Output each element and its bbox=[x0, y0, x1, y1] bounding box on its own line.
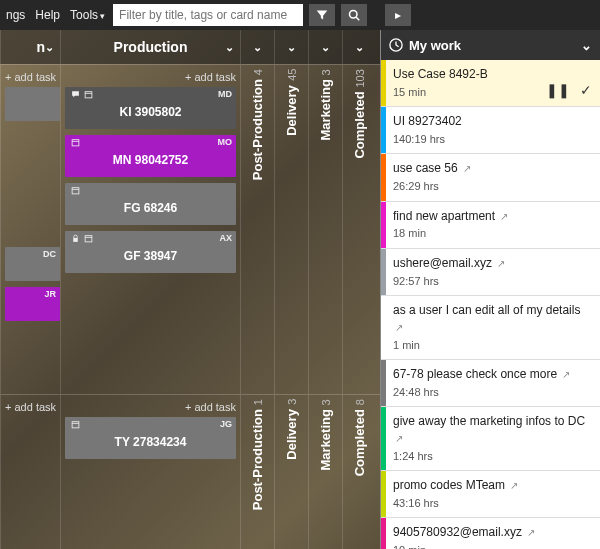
svg-line-1 bbox=[356, 17, 359, 20]
mywork-item-title: give away the marketing infos to DC ↗ bbox=[393, 413, 592, 447]
add-task-production-lane2[interactable]: + add task bbox=[65, 399, 236, 417]
search-icon bbox=[348, 9, 360, 21]
mywork-item-title: as a user I can edit all of my details ↗ bbox=[393, 302, 592, 336]
column-chevron-0[interactable]: ⌄ bbox=[45, 41, 54, 54]
mywork-item[interactable]: as a user I can edit all of my details ↗… bbox=[381, 296, 600, 360]
mywork-item-sub: 43:16 hrs bbox=[393, 496, 592, 511]
column-header-mini-1: ⌄ bbox=[274, 30, 308, 64]
svg-rect-8 bbox=[73, 238, 78, 242]
mywork-item[interactable]: find new apartment ↗18 min bbox=[381, 202, 600, 249]
color-stripe bbox=[381, 202, 386, 248]
color-stripe bbox=[381, 107, 386, 153]
kanban-card[interactable] bbox=[5, 87, 60, 121]
mini-col-delivery[interactable]: Delivery45 bbox=[284, 69, 299, 142]
menu-tools-label: Tools bbox=[70, 8, 98, 22]
color-stripe bbox=[381, 249, 386, 295]
card-badge: DC bbox=[43, 249, 56, 259]
external-link-icon: ↗ bbox=[497, 258, 505, 269]
kanban-card[interactable]: MDKI 3905802 bbox=[65, 87, 236, 129]
column-header-mini-0: ⌄ bbox=[240, 30, 274, 64]
filter-dropdown-button[interactable] bbox=[309, 4, 335, 26]
mini-col-post-production[interactable]: Post-Production4 bbox=[250, 69, 265, 186]
mywork-item-title: use case 56 ↗ bbox=[393, 160, 592, 177]
kanban-card[interactable]: JR bbox=[5, 287, 60, 321]
menu-tools[interactable]: Tools▾ bbox=[68, 8, 107, 22]
kanban-card[interactable]: DC bbox=[5, 247, 60, 281]
mywork-title: My work bbox=[409, 38, 461, 53]
mini-col-post-production[interactable]: Post-Production1 bbox=[250, 399, 265, 516]
mywork-item-title: ushere@email.xyz ↗ bbox=[393, 255, 592, 272]
kanban-card[interactable]: MOMN 98042752 bbox=[65, 135, 236, 177]
mywork-chevron[interactable]: ⌄ bbox=[581, 38, 592, 53]
card-badge: JG bbox=[220, 419, 232, 429]
column-header-mini-2: ⌄ bbox=[308, 30, 342, 64]
mywork-item[interactable]: promo codes MTeam ↗43:16 hrs bbox=[381, 471, 600, 518]
column-chevron-mini-3[interactable]: ⌄ bbox=[355, 41, 364, 54]
column-label-0: n bbox=[36, 39, 45, 55]
mywork-item-title: UI 89273402 bbox=[393, 113, 592, 130]
menu-help[interactable]: Help bbox=[33, 8, 62, 22]
svg-point-0 bbox=[350, 11, 358, 19]
add-task-col0-lane1[interactable]: + add task bbox=[5, 69, 56, 87]
mini-col-completed[interactable]: Completed8 bbox=[352, 399, 367, 482]
color-stripe bbox=[381, 518, 386, 549]
color-stripe bbox=[381, 154, 386, 200]
expand-button[interactable]: ▸ bbox=[385, 4, 411, 26]
card-icons bbox=[71, 138, 80, 147]
mywork-item[interactable]: 67-78 please check once more ↗24:48 hrs bbox=[381, 360, 600, 407]
mini-col-marketing[interactable]: Marketing3 bbox=[318, 399, 333, 477]
mywork-item[interactable]: ushere@email.xyz ↗92:57 hrs bbox=[381, 249, 600, 296]
mywork-item-title: 67-78 please check once more ↗ bbox=[393, 366, 592, 383]
card-icons bbox=[71, 186, 80, 195]
pause-button[interactable]: ❚❚ bbox=[546, 81, 570, 101]
funnel-icon bbox=[316, 9, 328, 21]
mywork-item-sub: 18 min bbox=[393, 226, 592, 241]
mywork-item-sub: 10 min bbox=[393, 543, 592, 549]
svg-rect-2 bbox=[85, 92, 92, 98]
mini-col-completed[interactable]: Completed103 bbox=[352, 69, 367, 165]
external-link-icon: ↗ bbox=[527, 527, 535, 538]
card-icons bbox=[71, 90, 93, 99]
mini-col-delivery[interactable]: Delivery3 bbox=[284, 399, 299, 466]
add-task-col0-lane2[interactable]: + add task bbox=[5, 399, 56, 417]
kanban-card[interactable]: FG 68246 bbox=[65, 183, 236, 225]
column-header-production: Production ⌄ bbox=[60, 30, 240, 64]
mywork-item-sub: 24:48 hrs bbox=[393, 385, 592, 400]
external-link-icon: ↗ bbox=[395, 322, 403, 333]
card-title: KI 3905802 bbox=[71, 105, 230, 119]
done-button[interactable]: ✓ bbox=[580, 81, 592, 101]
mywork-item[interactable]: 9405780932@email.xyz ↗10 min bbox=[381, 518, 600, 549]
card-title: FG 68246 bbox=[71, 201, 230, 215]
column-chevron-mini-0[interactable]: ⌄ bbox=[253, 41, 262, 54]
svg-rect-9 bbox=[85, 236, 92, 242]
external-link-icon: ↗ bbox=[510, 480, 518, 491]
column-chevron-mini-2[interactable]: ⌄ bbox=[321, 41, 330, 54]
kanban-card[interactable]: AXGF 38947 bbox=[65, 231, 236, 273]
column-header-mini-3: ⌄ bbox=[342, 30, 376, 64]
mywork-header[interactable]: My work ⌄ bbox=[381, 30, 600, 60]
external-link-icon: ↗ bbox=[395, 433, 403, 444]
column-chevron-mini-1[interactable]: ⌄ bbox=[287, 41, 296, 54]
menu-settings[interactable]: ngs bbox=[4, 8, 27, 22]
search-button[interactable] bbox=[341, 4, 367, 26]
clock-icon bbox=[389, 38, 403, 52]
mywork-item[interactable]: UI 89273402 140:19 hrs bbox=[381, 107, 600, 154]
kanban-card[interactable]: JGTY 27834234 bbox=[65, 417, 236, 459]
mywork-item[interactable]: use case 56 ↗26:29 hrs bbox=[381, 154, 600, 201]
card-badge: MO bbox=[218, 137, 233, 147]
chevron-down-icon: ▾ bbox=[100, 11, 105, 21]
color-stripe bbox=[381, 60, 386, 106]
mywork-item-sub: 140:19 hrs bbox=[393, 132, 592, 147]
mywork-item-sub: 1:24 hrs bbox=[393, 449, 592, 464]
card-title: MN 98042752 bbox=[71, 153, 230, 167]
external-link-icon: ↗ bbox=[463, 163, 471, 174]
mywork-item-title: find new apartment ↗ bbox=[393, 208, 592, 225]
mini-col-marketing[interactable]: Marketing3 bbox=[318, 69, 333, 147]
filter-input[interactable] bbox=[113, 4, 303, 26]
mywork-item[interactable]: give away the marketing infos to DC ↗1:2… bbox=[381, 407, 600, 471]
column-chevron-production[interactable]: ⌄ bbox=[225, 41, 234, 54]
mywork-item-sub: 92:57 hrs bbox=[393, 274, 592, 289]
add-task-production-lane1[interactable]: + add task bbox=[65, 69, 236, 87]
mywork-item-title: 9405780932@email.xyz ↗ bbox=[393, 524, 592, 541]
mywork-item[interactable]: Use Case 8492-B 15 min❚❚✓ bbox=[381, 60, 600, 107]
